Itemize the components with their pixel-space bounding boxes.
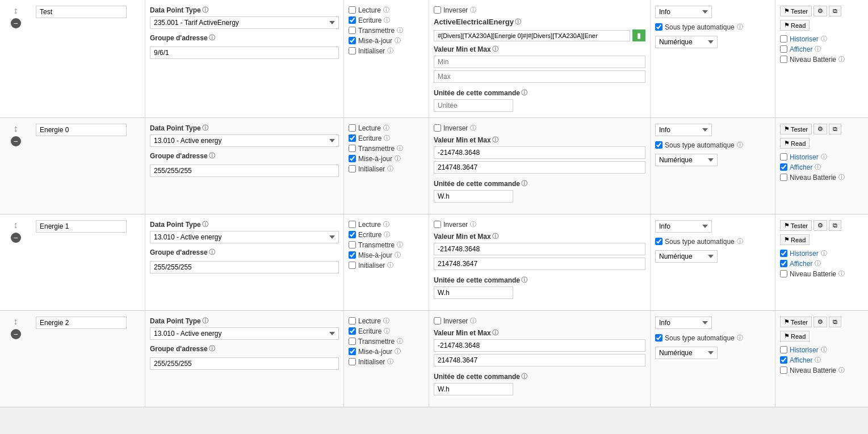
- checkbox-initialiser[interactable]: [349, 358, 356, 365]
- sous-type-hint-icon[interactable]: ⓘ: [737, 141, 743, 149]
- checkbox-hint-icon[interactable]: ⓘ: [387, 357, 393, 366]
- historiser-hint-icon[interactable]: ⓘ: [821, 35, 827, 43]
- checkbox-hint-icon[interactable]: ⓘ: [395, 251, 401, 259]
- name-input[interactable]: [36, 220, 127, 233]
- datapoint-type-select[interactable]: 13.010 - Active energy: [150, 134, 339, 147]
- checkbox-initialiser[interactable]: [349, 262, 356, 269]
- info-select[interactable]: Info: [655, 220, 712, 233]
- checkbox-hint-icon[interactable]: ⓘ: [397, 337, 403, 345]
- historiser-checkbox[interactable]: [780, 35, 787, 43]
- unite-hint-icon[interactable]: ⓘ: [521, 372, 527, 381]
- numerique-select[interactable]: Numérique: [655, 347, 718, 359]
- max-input[interactable]: [434, 354, 645, 366]
- minmax-hint-icon[interactable]: ⓘ: [492, 45, 498, 53]
- unite-input[interactable]: [434, 99, 513, 112]
- checkbox-hint-icon[interactable]: ⓘ: [395, 36, 401, 45]
- minmax-hint-icon[interactable]: ⓘ: [492, 328, 498, 337]
- checkbox-ecriture[interactable]: [349, 134, 356, 142]
- gear-button[interactable]: ⚙: [814, 6, 827, 16]
- unite-input[interactable]: [434, 190, 513, 203]
- minmax-hint-icon[interactable]: ⓘ: [492, 136, 498, 144]
- niveau-hint-icon[interactable]: ⓘ: [838, 55, 845, 64]
- datapoint-hint-icon[interactable]: ⓘ: [202, 124, 208, 132]
- tester-button[interactable]: ⚑Tester: [780, 6, 812, 16]
- checkbox-misejour[interactable]: [349, 155, 356, 162]
- remove-row-button[interactable]: −: [11, 18, 21, 28]
- sous-type-checkbox[interactable]: [655, 238, 662, 245]
- inverser-hint-icon[interactable]: ⓘ: [470, 6, 476, 14]
- unite-hint-icon[interactable]: ⓘ: [521, 179, 527, 188]
- datapoint-hint-icon[interactable]: ⓘ: [202, 220, 208, 229]
- checkbox-transmettre[interactable]: [349, 241, 356, 248]
- datapoint-hint-icon[interactable]: ⓘ: [202, 6, 208, 14]
- numerique-select[interactable]: Numérique: [655, 36, 718, 48]
- afficher-hint-icon[interactable]: ⓘ: [815, 163, 821, 171]
- inverser-checkbox[interactable]: [434, 317, 441, 325]
- info-select[interactable]: Info: [655, 6, 712, 18]
- sous-type-hint-icon[interactable]: ⓘ: [737, 23, 743, 31]
- copy-button[interactable]: ⧉: [829, 220, 841, 231]
- checkbox-transmettre[interactable]: [349, 145, 356, 152]
- min-input[interactable]: [434, 243, 645, 255]
- read-button[interactable]: ⚑Read: [780, 331, 810, 342]
- min-input[interactable]: [434, 339, 645, 352]
- checkbox-transmettre[interactable]: [349, 338, 356, 345]
- niveau-hint-icon[interactable]: ⓘ: [838, 366, 845, 374]
- niveau-hint-icon[interactable]: ⓘ: [838, 173, 845, 182]
- datapoint-type-select[interactable]: 13.010 - Active energy: [150, 327, 339, 340]
- checkbox-hint-icon[interactable]: ⓘ: [387, 165, 393, 173]
- gear-button[interactable]: ⚙: [814, 220, 827, 231]
- inverser-checkbox[interactable]: [434, 124, 441, 132]
- max-input[interactable]: [434, 161, 645, 174]
- checkbox-lecture[interactable]: [349, 221, 356, 228]
- inverser-checkbox[interactable]: [434, 6, 441, 14]
- checkbox-hint-icon[interactable]: ⓘ: [395, 347, 401, 356]
- historiser-hint-icon[interactable]: ⓘ: [821, 345, 827, 354]
- groupe-hint-icon[interactable]: ⓘ: [209, 151, 215, 160]
- checkbox-hint-icon[interactable]: ⓘ: [384, 134, 390, 142]
- sous-type-hint-icon[interactable]: ⓘ: [737, 237, 743, 246]
- info-select[interactable]: Info: [655, 124, 712, 136]
- checkbox-hint-icon[interactable]: ⓘ: [383, 317, 389, 325]
- checkbox-hint-icon[interactable]: ⓘ: [397, 26, 403, 35]
- checkbox-initialiser[interactable]: [349, 165, 356, 172]
- sous-type-checkbox[interactable]: [655, 141, 662, 149]
- checkbox-lecture[interactable]: [349, 6, 356, 14]
- historiser-checkbox[interactable]: [780, 346, 787, 353]
- energy-hint-icon[interactable]: ⓘ: [515, 18, 521, 26]
- remove-row-button[interactable]: −: [11, 233, 21, 243]
- historiser-checkbox[interactable]: [780, 153, 787, 161]
- numerique-select[interactable]: Numérique: [655, 250, 718, 263]
- checkbox-misejour[interactable]: [349, 251, 356, 259]
- remove-row-button[interactable]: −: [11, 329, 21, 339]
- checkbox-transmettre[interactable]: [349, 27, 356, 34]
- sous-type-hint-icon[interactable]: ⓘ: [737, 334, 743, 342]
- tester-button[interactable]: ⚑Tester: [780, 124, 812, 134]
- name-input[interactable]: [36, 6, 127, 18]
- checkbox-misejour[interactable]: [349, 37, 356, 44]
- checkbox-lecture[interactable]: [349, 317, 356, 325]
- unite-hint-icon[interactable]: ⓘ: [521, 276, 527, 284]
- gear-button[interactable]: ⚙: [814, 317, 827, 327]
- inverser-hint-icon[interactable]: ⓘ: [470, 317, 476, 325]
- groupe-hint-icon[interactable]: ⓘ: [209, 33, 215, 42]
- checkbox-hint-icon[interactable]: ⓘ: [383, 124, 389, 132]
- name-input[interactable]: [36, 317, 127, 329]
- minmax-hint-icon[interactable]: ⓘ: [492, 232, 498, 241]
- checkbox-misejour[interactable]: [349, 348, 356, 355]
- historiser-hint-icon[interactable]: ⓘ: [821, 249, 827, 258]
- groupe-input[interactable]: [150, 165, 339, 177]
- checkbox-ecriture[interactable]: [349, 231, 356, 238]
- checkbox-ecriture[interactable]: [349, 327, 356, 335]
- checkbox-initialiser[interactable]: [349, 47, 356, 54]
- checkbox-hint-icon[interactable]: ⓘ: [384, 327, 390, 335]
- groupe-hint-icon[interactable]: ⓘ: [209, 248, 215, 256]
- groupe-input[interactable]: [150, 261, 339, 273]
- copy-button[interactable]: ⧉: [829, 124, 841, 134]
- formula-input[interactable]: [434, 30, 630, 41]
- inverser-hint-icon[interactable]: ⓘ: [470, 124, 476, 132]
- niveau-checkbox[interactable]: [780, 174, 787, 181]
- unite-input[interactable]: [434, 286, 513, 299]
- afficher-checkbox[interactable]: [780, 260, 787, 267]
- historiser-hint-icon[interactable]: ⓘ: [821, 153, 827, 161]
